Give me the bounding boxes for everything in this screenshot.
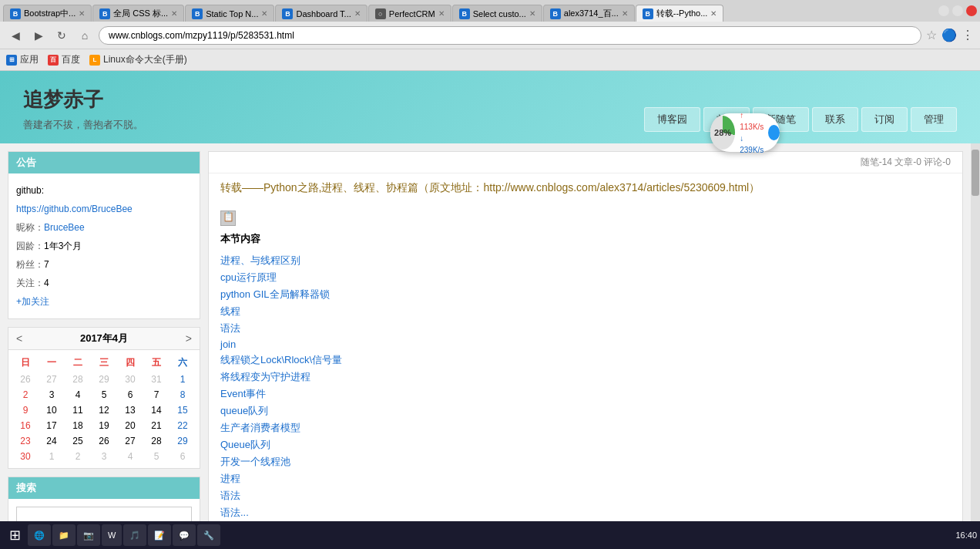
nav-contact[interactable]: 联系	[812, 107, 858, 132]
toc-link-1[interactable]: cpu运行原理	[220, 271, 277, 283]
back-button[interactable]: ◀	[6, 26, 25, 45]
search-input[interactable]	[16, 507, 192, 521]
cal-cell-19[interactable]: 19	[91, 418, 117, 433]
toc-link-2[interactable]: python GIL全局解释器锁	[220, 288, 330, 300]
scrollbar-thumb[interactable]	[972, 150, 979, 196]
bookmark-apps[interactable]: ⊞ 应用	[6, 53, 39, 66]
cal-cell-12[interactable]: 12	[91, 402, 117, 418]
cal-cell-6b[interactable]: 6	[169, 449, 196, 464]
refresh-button[interactable]: ↻	[52, 26, 71, 45]
toc-link-9[interactable]: queue队列	[220, 405, 268, 416]
cal-cell-6[interactable]: 6	[117, 387, 143, 402]
cal-cell-13[interactable]: 13	[117, 402, 143, 418]
toc-link-7[interactable]: 将线程变为守护进程	[220, 371, 310, 382]
taskbar-app-7[interactable]: 💬	[173, 524, 196, 546]
cal-cell-5b[interactable]: 5	[143, 449, 169, 464]
minimize-button[interactable]	[938, 5, 949, 16]
cal-cell-3[interactable]: 3	[39, 387, 65, 402]
toc-link-11[interactable]: Queue队列	[220, 439, 270, 450]
extension-icon[interactable]: 🔵	[941, 28, 957, 42]
toc-link-4[interactable]: 语法	[220, 322, 240, 334]
cal-cell-29a[interactable]: 29	[91, 372, 117, 387]
cal-cell-30a[interactable]: 30	[117, 372, 143, 387]
tab-close-3[interactable]: ✕	[261, 9, 267, 18]
cal-cell-14[interactable]: 14	[143, 402, 169, 418]
cal-cell-10[interactable]: 10	[39, 402, 65, 418]
cal-cell-25[interactable]: 25	[65, 433, 91, 449]
tab-close-2[interactable]: ✕	[171, 9, 177, 18]
cal-cell-24[interactable]: 24	[39, 433, 65, 449]
cal-cell-30b[interactable]: 30	[12, 449, 39, 464]
cal-cell-21[interactable]: 21	[143, 418, 169, 433]
toc-link-15[interactable]: 语法...	[220, 507, 249, 518]
forward-button[interactable]: ▶	[29, 26, 48, 45]
calendar-prev[interactable]: <	[16, 332, 22, 345]
address-input[interactable]	[99, 26, 921, 45]
toc-link-13[interactable]: 进程	[220, 473, 240, 484]
cal-cell-28b[interactable]: 28	[143, 433, 169, 449]
tab-close-8[interactable]: ✕	[710, 9, 717, 18]
tab-python[interactable]: B 转载--Pytho... ✕	[636, 5, 724, 22]
copy-icon[interactable]: 📋	[220, 211, 236, 226]
github-url-link[interactable]: https://github.com/BruceBee	[16, 204, 133, 214]
taskbar-app-8[interactable]: 🔧	[197, 524, 220, 546]
menu-button[interactable]: ⋮	[962, 28, 974, 42]
cal-cell-22[interactable]: 22	[169, 418, 196, 433]
tab-select[interactable]: B Select custo... ✕	[452, 5, 542, 22]
cal-cell-2[interactable]: 2	[12, 387, 39, 402]
start-button[interactable]: ⊞	[3, 524, 26, 547]
tab-bootstrap[interactable]: B Bootstrap中... ✕	[3, 5, 92, 22]
cal-cell-9[interactable]: 9	[12, 402, 39, 418]
maximize-button[interactable]	[952, 5, 963, 16]
cal-cell-4b[interactable]: 4	[117, 449, 143, 464]
cal-cell-1b[interactable]: 1	[39, 449, 65, 464]
tab-close-6[interactable]: ✕	[529, 9, 535, 18]
bookmark-linux[interactable]: L Linux命令大全(手册)	[89, 53, 187, 66]
cal-cell-5[interactable]: 5	[91, 387, 117, 402]
cal-cell-3b[interactable]: 3	[91, 449, 117, 464]
cal-cell-2b[interactable]: 2	[65, 449, 91, 464]
cal-cell-1a[interactable]: 1	[169, 372, 196, 387]
toc-link-5[interactable]: join	[220, 338, 236, 350]
cal-cell-17[interactable]: 17	[39, 418, 65, 433]
cal-cell-26b[interactable]: 26	[91, 433, 117, 449]
toc-link-8[interactable]: Event事件	[220, 388, 266, 399]
tab-static[interactable]: B Static Top N... ✕	[185, 5, 274, 22]
cal-cell-11[interactable]: 11	[65, 402, 91, 418]
cal-cell-8[interactable]: 8	[169, 387, 196, 402]
taskbar-app-3[interactable]: 📷	[77, 524, 100, 546]
toc-link-14[interactable]: 语法	[220, 490, 240, 501]
add-follow-link[interactable]: +加关注	[16, 296, 49, 307]
cal-cell-26a[interactable]: 26	[12, 372, 39, 387]
tab-css[interactable]: B 全局 CSS 标... ✕	[92, 5, 184, 22]
cal-cell-29[interactable]: 29	[169, 433, 196, 449]
calendar-next[interactable]: >	[186, 332, 192, 345]
bookmark-star[interactable]: ☆	[926, 28, 937, 42]
tab-close-1[interactable]: ✕	[79, 9, 85, 18]
tab-close-4[interactable]: ✕	[354, 9, 361, 18]
toc-link-10[interactable]: 生产者消费者模型	[220, 422, 300, 433]
close-button[interactable]	[966, 5, 977, 16]
cal-cell-20[interactable]: 20	[117, 418, 143, 433]
cal-cell-18[interactable]: 18	[65, 418, 91, 433]
tab-alex[interactable]: B alex3714_百... ✕	[543, 5, 635, 22]
page-scrollbar[interactable]	[971, 143, 980, 521]
article-title-link[interactable]: 转载——Python之路,进程、线程、协程篇（原文地址：http://www.c…	[209, 173, 962, 203]
cal-cell-28a[interactable]: 28	[65, 372, 91, 387]
nav-blog-home[interactable]: 博客园	[644, 107, 700, 132]
toc-link-12[interactable]: 开发一个线程池	[220, 456, 290, 467]
tab-perfectcrm[interactable]: ○ PerfectCRM ✕	[368, 5, 451, 22]
nav-manage[interactable]: 管理	[911, 107, 957, 132]
cal-cell-7[interactable]: 7	[143, 387, 169, 402]
nav-subscribe[interactable]: 订阅	[861, 107, 908, 132]
taskbar-app-4[interactable]: W	[102, 524, 122, 546]
tab-close-5[interactable]: ✕	[438, 9, 445, 18]
toc-link-0[interactable]: 进程、与线程区别	[220, 254, 300, 266]
bookmark-baidu[interactable]: 百 百度	[48, 53, 80, 66]
cal-cell-4[interactable]: 4	[65, 387, 91, 402]
cal-cell-27b[interactable]: 27	[117, 433, 143, 449]
taskbar-app-1[interactable]: 🌐	[28, 524, 51, 546]
toc-link-3[interactable]: 线程	[220, 305, 240, 317]
cal-cell-23[interactable]: 23	[12, 433, 39, 449]
taskbar-app-5[interactable]: 🎵	[123, 524, 146, 546]
